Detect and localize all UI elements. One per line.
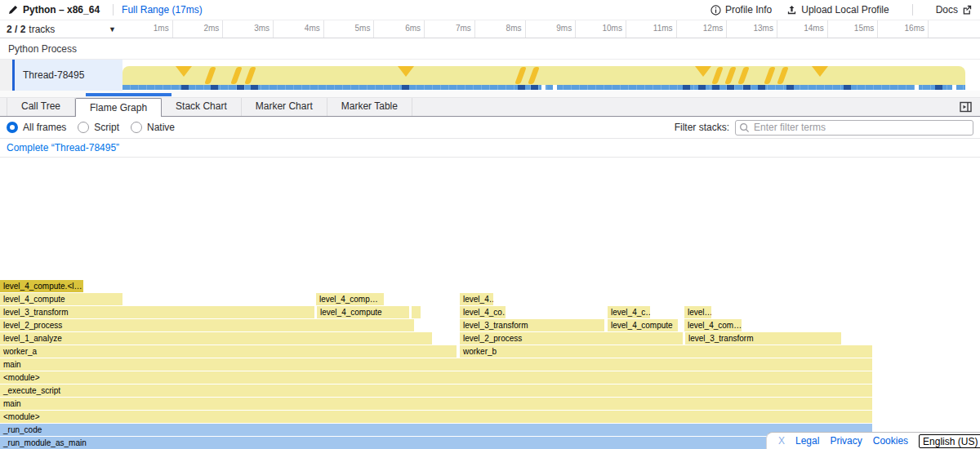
footer-link-x[interactable]: X xyxy=(778,435,785,447)
flame-frame[interactable]: level_2_process xyxy=(460,332,684,345)
radio-native[interactable]: Native xyxy=(131,122,175,133)
upload-profile-button[interactable]: Upload Local Profile xyxy=(786,4,889,16)
flame-frame[interactable]: level_2_process xyxy=(0,319,415,331)
flame-frame[interactable]: worker_b xyxy=(460,345,873,358)
upload-icon xyxy=(786,5,797,16)
flame-frame[interactable]: level_3_transform xyxy=(685,332,842,345)
sample-dark-segment xyxy=(712,85,719,90)
flame-frame[interactable]: level_4_co… xyxy=(460,306,506,318)
sample-dark-segment xyxy=(743,85,751,90)
sample-dark-segment xyxy=(698,85,706,90)
flame-frame[interactable]: <module> xyxy=(0,411,873,423)
flame-frame[interactable]: level_4_compute xyxy=(317,306,410,318)
panel-tab-bar: Call TreeFlame GraphStack ChartMarker Ch… xyxy=(0,98,980,117)
tracks-count: 2 / 2 xyxy=(7,24,25,35)
ruler-tick: 13ms xyxy=(727,20,777,38)
sample-dark-segment xyxy=(758,85,765,90)
edit-pencil-icon[interactable] xyxy=(8,5,18,15)
profile-info-button[interactable]: Profile Info xyxy=(710,4,772,16)
flame-frame[interactable]: main xyxy=(0,398,873,410)
language-select[interactable]: English (US) xyxy=(919,434,980,448)
radio-dot-icon xyxy=(7,122,18,133)
radio-script[interactable]: Script xyxy=(78,122,119,133)
flame-frame[interactable]: level_4_compute xyxy=(0,293,123,305)
sample-dark-segment xyxy=(237,85,244,90)
flame-frame[interactable]: main xyxy=(0,358,873,371)
breadcrumb[interactable]: Complete “Thread-78495” xyxy=(7,142,119,153)
flame-frame[interactable]: worker_a xyxy=(0,345,457,358)
marker-triangle-icon xyxy=(176,66,192,77)
flame-frame[interactable]: level_4_com… xyxy=(684,319,742,331)
tab-flame-graph[interactable]: Flame Graph xyxy=(75,98,162,117)
flame-frame[interactable]: level_4_compute xyxy=(608,319,679,331)
radio-dot-icon xyxy=(131,122,142,133)
sample-dark-segment xyxy=(251,85,258,90)
app-header: Python – x86_64 Full Range (17ms) Profil… xyxy=(0,0,980,20)
profile-title: Python – x86_64 xyxy=(23,4,100,16)
process-track-header[interactable]: Python Process xyxy=(0,38,980,60)
sample-dark-segment xyxy=(844,85,851,90)
flame-frame[interactable]: _run_module_as_main xyxy=(0,437,873,449)
full-range-button[interactable]: Full Range (17ms) xyxy=(122,4,203,16)
footer-link-privacy[interactable]: Privacy xyxy=(830,435,862,447)
search-icon xyxy=(739,122,750,136)
process-label: Python Process xyxy=(8,43,77,55)
tracks-dropdown-arrow[interactable]: ▼ xyxy=(109,25,116,33)
marker-slash-icon xyxy=(724,67,737,84)
marker-triangle-icon xyxy=(812,66,828,77)
marker-slash-icon xyxy=(711,67,724,84)
tracks-control: 2 / 2 tracks ▼ xyxy=(0,20,122,38)
divider xyxy=(113,4,114,16)
time-ruler: 1ms2ms3ms4ms5ms6ms7ms8ms9ms10ms11ms12ms1… xyxy=(122,20,980,38)
marker-slash-icon xyxy=(244,67,256,84)
flame-frame[interactable]: _run_code xyxy=(0,424,873,436)
tab-call-tree[interactable]: Call Tree xyxy=(7,98,75,116)
track-gutter xyxy=(0,60,12,91)
thread-track-label[interactable]: Thread-78495 xyxy=(15,60,122,91)
flame-frame[interactable]: level_1_analyze xyxy=(0,332,433,345)
flame-frame[interactable]: level_4_comp… xyxy=(316,293,385,305)
tab-marker-table[interactable]: Marker Table xyxy=(327,98,412,116)
sidebar-toggle-icon[interactable] xyxy=(960,101,972,116)
radio-label: Native xyxy=(147,122,175,133)
radio-dot-icon xyxy=(78,122,89,133)
marker-slash-icon xyxy=(514,67,527,84)
tab-marker-chart[interactable]: Marker Chart xyxy=(242,98,327,116)
marker-slash-icon xyxy=(764,67,776,84)
scrollbar-thumb[interactable] xyxy=(86,93,172,96)
sample-gap xyxy=(952,85,956,90)
samples-strip xyxy=(122,85,965,90)
flame-frame[interactable] xyxy=(412,306,421,318)
flame-frame[interactable]: level… xyxy=(684,306,712,318)
activity-band xyxy=(122,66,965,85)
footer-link-cookies[interactable]: Cookies xyxy=(873,435,908,447)
timeline-scroll-strip xyxy=(0,91,980,98)
marker-slash-icon xyxy=(777,67,789,84)
ruler-tick: 6ms xyxy=(374,20,425,38)
sample-dark-segment xyxy=(727,85,734,90)
thread-track: Thread-78495 xyxy=(0,60,980,91)
thread-activity-graph[interactable] xyxy=(122,60,980,91)
flame-frame[interactable]: level_3_transform xyxy=(0,306,315,318)
footer-link-legal[interactable]: Legal xyxy=(795,435,819,447)
tab-stack-chart[interactable]: Stack Chart xyxy=(162,98,242,116)
ruler-tick: 12ms xyxy=(677,20,728,38)
flame-frame[interactable]: level_3_transform xyxy=(460,319,605,331)
flame-frame[interactable]: <module> xyxy=(0,371,873,384)
sample-dark-segment xyxy=(683,85,690,90)
filter-row: All framesScriptNative Filter stacks: xyxy=(0,117,980,139)
flame-frame[interactable]: level_4_compute.<l… xyxy=(0,280,84,292)
radio-all-frames[interactable]: All frames xyxy=(7,122,66,133)
flame-frame[interactable]: _execute_script xyxy=(0,385,873,397)
profiler-window: Python – x86_64 Full Range (17ms) Profil… xyxy=(0,0,980,449)
flame-frame[interactable]: level_4… xyxy=(460,293,494,305)
marker-triangle-icon xyxy=(695,66,711,77)
ruler-tick: 5ms xyxy=(324,20,375,38)
sample-dark-segment xyxy=(181,85,189,90)
sample-dark-segment xyxy=(402,85,409,90)
marker-triangle-icon xyxy=(398,66,414,77)
filter-stacks-input[interactable] xyxy=(735,120,973,136)
docs-link[interactable]: Docs xyxy=(936,4,972,16)
ruler-tick: 11ms xyxy=(626,20,677,38)
flame-frame[interactable]: level_4_c… xyxy=(608,306,651,318)
